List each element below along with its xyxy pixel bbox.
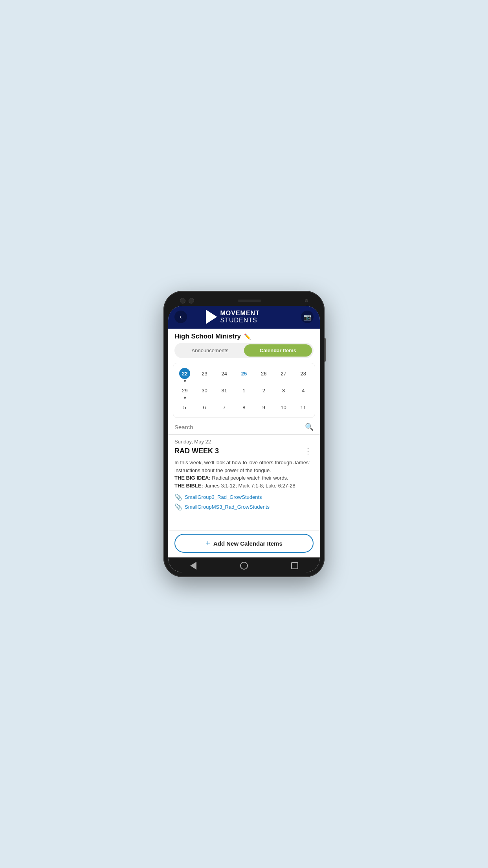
attachment-1[interactable]: 📎 SmallGroup3_Rad_GrowStudents xyxy=(174,493,314,501)
cal-day-4[interactable]: 4 xyxy=(294,383,313,400)
app-title-bold: MOVEMENT xyxy=(220,310,260,316)
phone-top-bar xyxy=(168,296,320,306)
calendar-week-3: 5 6 7 8 9 10 xyxy=(175,400,313,414)
nav-home-icon xyxy=(240,562,248,570)
cal-day-7[interactable]: 7 xyxy=(215,400,234,414)
camera-icon: 📷 xyxy=(303,313,311,321)
camera-lens-2 xyxy=(189,298,194,303)
phone-screen: ‹ MOVEMENT STUDENTS 📷 High School Minist… xyxy=(168,306,320,572)
event-intro: In this week, we'll look at how to love … xyxy=(174,459,314,474)
event-body: In this week, we'll look at how to love … xyxy=(174,459,314,489)
add-calendar-button[interactable]: + Add New Calendar Items xyxy=(174,534,314,553)
tabs-container: Announcements Calendar Items xyxy=(168,343,320,361)
tab-calendar-items[interactable]: Calendar Items xyxy=(244,344,312,357)
camera-button[interactable]: 📷 xyxy=(301,311,314,323)
more-options-icon[interactable]: ⋮ xyxy=(303,446,314,456)
side-volume-button xyxy=(325,338,326,362)
add-button-container: + Add New Calendar Items xyxy=(168,530,320,557)
cal-day-29[interactable]: 29 xyxy=(175,383,194,400)
nav-home-button[interactable] xyxy=(239,561,249,571)
bottom-nav xyxy=(168,557,320,572)
cal-day-5[interactable]: 5 xyxy=(175,400,194,414)
cal-day-28[interactable]: 28 xyxy=(294,366,313,383)
calendar-section: 22 23 24 25 26 27 xyxy=(173,363,315,418)
cal-day-2[interactable]: 2 xyxy=(254,383,273,400)
nav-back-button[interactable] xyxy=(188,561,198,571)
event-title-row: RAD WEEK 3 ⋮ xyxy=(174,446,314,456)
cal-day-24[interactable]: 24 xyxy=(215,366,234,383)
cal-day-22[interactable]: 22 xyxy=(175,366,194,383)
cal-day-27[interactable]: 27 xyxy=(273,366,293,383)
cal-day-3[interactable]: 3 xyxy=(273,383,293,400)
add-calendar-label: Add New Calendar Items xyxy=(213,540,283,547)
cal-day-6[interactable]: 6 xyxy=(194,400,214,414)
cal-day-9[interactable]: 9 xyxy=(254,400,273,414)
event-date: Sunday, May 22 xyxy=(174,439,314,445)
app-content: High School Ministry ✏️ Announcements Ca… xyxy=(168,329,320,557)
tab-announcements[interactable]: Announcements xyxy=(176,344,244,357)
cal-day-26[interactable]: 26 xyxy=(254,366,273,383)
app-title-light: STUDENTS xyxy=(220,317,257,324)
header-logo: MOVEMENT STUDENTS xyxy=(206,310,282,324)
search-input[interactable] xyxy=(174,424,305,430)
attachment-link-1[interactable]: SmallGroup3_Rad_GrowStudents xyxy=(185,494,262,500)
event-bible: THE BIBLE: James 3:1-12; Mark 7:1-8; Luk… xyxy=(174,482,314,490)
cal-day-23[interactable]: 23 xyxy=(194,366,214,383)
nav-back-icon xyxy=(190,562,196,570)
search-section: 🔍 xyxy=(168,421,320,435)
phone-device: ‹ MOVEMENT STUDENTS 📷 High School Minist… xyxy=(163,291,325,577)
back-arrow-icon: ‹ xyxy=(180,314,182,320)
attachment-2[interactable]: 📎 SmallGroupMS3_Rad_GrowStudents xyxy=(174,503,314,511)
cal-day-10[interactable]: 10 xyxy=(273,400,293,414)
tabs-bar: Announcements Calendar Items xyxy=(174,343,314,358)
cal-day-25[interactable]: 25 xyxy=(234,366,254,383)
event-title: RAD WEEK 3 xyxy=(174,447,219,455)
search-icon: 🔍 xyxy=(305,423,314,431)
app-header: ‹ MOVEMENT STUDENTS 📷 xyxy=(168,306,320,329)
cal-day-8[interactable]: 8 xyxy=(234,400,254,414)
logo-arrow-icon xyxy=(206,310,217,324)
calendar-week-1: 22 23 24 25 26 27 xyxy=(175,366,313,383)
cal-day-31[interactable]: 31 xyxy=(215,383,234,400)
ministry-title-row: High School Ministry ✏️ xyxy=(168,329,320,343)
camera-lens-1 xyxy=(180,298,185,303)
cal-day-11[interactable]: 11 xyxy=(294,400,313,414)
cal-day-1[interactable]: 1 xyxy=(234,383,254,400)
attachment-icon-1: 📎 xyxy=(174,493,182,501)
sensor-dot xyxy=(305,299,308,302)
cal-day-30[interactable]: 30 xyxy=(194,383,214,400)
ministry-title: High School Ministry xyxy=(174,333,241,340)
plus-icon: + xyxy=(205,539,210,547)
calendar-week-2: 29 30 31 1 2 3 xyxy=(175,383,313,400)
nav-recents-button[interactable] xyxy=(290,561,300,571)
event-section: Sunday, May 22 RAD WEEK 3 ⋮ In this week… xyxy=(168,435,320,530)
app-title: MOVEMENT STUDENTS xyxy=(220,310,282,324)
speaker-bar xyxy=(238,300,261,302)
attachment-icon-2: 📎 xyxy=(174,503,182,511)
front-camera-area xyxy=(180,298,194,303)
edit-icon[interactable]: ✏️ xyxy=(244,333,251,340)
event-big-idea: THE BIG IDEA: Radical people watch their… xyxy=(174,474,314,482)
attachment-link-2[interactable]: SmallGroupMS3_Rad_GrowStudents xyxy=(185,504,270,510)
back-button[interactable]: ‹ xyxy=(174,311,187,323)
nav-recents-icon xyxy=(291,562,298,569)
